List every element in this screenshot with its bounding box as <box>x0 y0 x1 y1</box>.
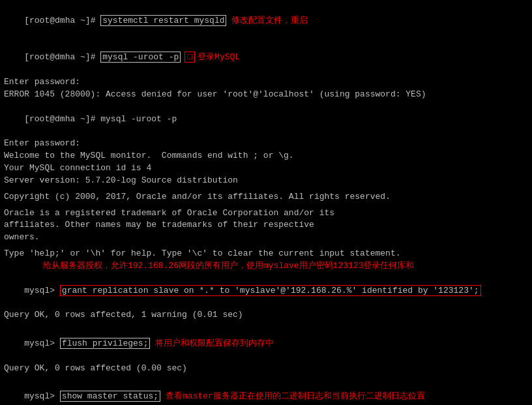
line-grant: mysql> grant replication slave on *.* to… <box>4 273 528 310</box>
line-9: Server version: 5.7.20-log Source distri… <box>4 175 528 187</box>
line-8: Your MySQL connection id is 4 <box>4 162 528 175</box>
cmd-show: show master status; <box>60 391 160 402</box>
line-7: Welcome to the MySQL monitor. Commands e… <box>4 150 528 162</box>
cmd-5: mysql -uroot -p <box>100 114 177 124</box>
line-13: owners. <box>4 232 528 244</box>
prompt-show: mysql> <box>24 391 60 401</box>
prompt-flush: mysql> <box>24 338 60 348</box>
annotation-flush: 将用户和权限配置保存到内存中 <box>155 338 274 348</box>
line-3: Enter password: <box>4 76 528 89</box>
line-14: Type 'help;' or '\h' for help. Type '\c'… <box>4 248 528 260</box>
line-6: Enter password: <box>4 138 528 150</box>
line-2: [root@dmha ~]# mysql -uroot -p□登录MySQL <box>4 40 528 77</box>
prompt-grant: mysql> <box>24 286 60 295</box>
cmd-2: mysql -uroot -p <box>100 52 181 63</box>
line-12: affiliates. Other names may be trademark… <box>4 219 528 232</box>
annotation-1: 修改配置文件，重启 <box>231 16 308 25</box>
annotation-show: 查看master服务器正在使用的二进制日志和当前执行二进制日志位置 <box>166 391 425 401</box>
line-query1: Query OK, 0 rows affected, 1 warning (0.… <box>4 309 528 322</box>
line-query2: Query OK, 0 rows affected (0.00 sec) <box>4 363 528 375</box>
line-5: [root@dmha ~]# mysql -uroot -p <box>4 101 528 138</box>
cmd-flush: flush privileges; <box>60 338 151 349</box>
line-10: Copyright (c) 2000, 2017, Oracle and/or … <box>4 191 528 203</box>
prompt-2: [root@dmha ~]# <box>24 52 100 62</box>
cmd-grant: grant replication slave on *.* to 'mysla… <box>60 285 481 296</box>
prompt-5: [root@dmha ~]# <box>24 114 100 124</box>
line-show: mysql> show master status;查看master服务器正在使… <box>4 378 528 405</box>
terminal: [root@dmha ~]# systemctl restart mysqld修… <box>0 0 532 405</box>
annotation-text-2: 登录MySQL <box>198 52 240 62</box>
prompt-1: [root@dmha ~]# <box>24 16 100 25</box>
annotation-line: 给从服务器授权，允许192.168.26网段的所有用户，使用myslave用户密… <box>4 260 528 273</box>
line-11: Oracle is a registered trademark of Orac… <box>4 207 528 220</box>
line-1: [root@dmha ~]# systemctl restart mysqld修… <box>4 3 528 40</box>
annotation-box-2: □ <box>185 52 195 63</box>
cmd-1: systemctl restart mysqld <box>100 15 226 26</box>
line-flush: mysql> flush privileges;将用户和权限配置保存到内存中 <box>4 325 528 363</box>
line-4: ERROR 1045 (28000): Access denied for us… <box>4 89 528 101</box>
